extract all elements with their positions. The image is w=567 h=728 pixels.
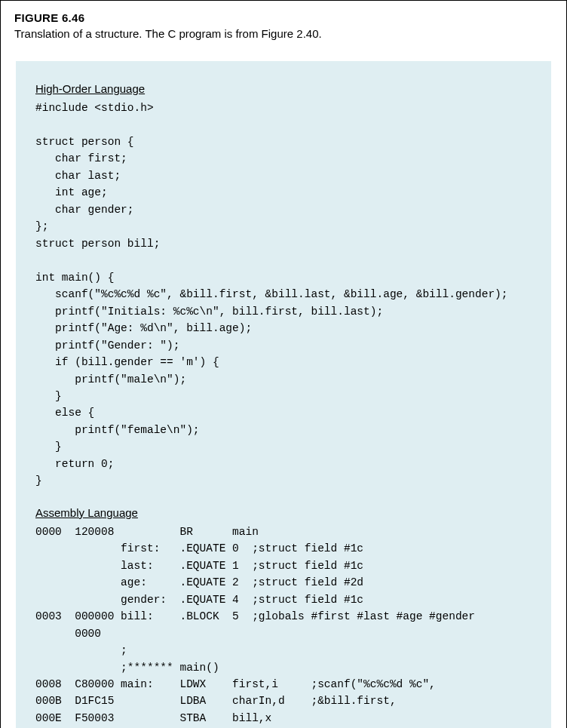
figure-page: FIGURE 6.46 Translation of a structure. … [0, 0, 567, 728]
figure-body: High-Order Language #include <stdio.h> s… [16, 61, 551, 728]
figure-number: FIGURE 6.46 [14, 11, 553, 24]
asm-code: 0000 120008 BR main first: .EQUATE 0 ;st… [35, 524, 532, 728]
figure-header: FIGURE 6.46 Translation of a structure. … [1, 1, 566, 48]
hol-code: #include <stdio.h> struct person { char … [35, 100, 532, 490]
asm-title: Assembly Language [35, 506, 532, 519]
hol-title: High-Order Language [35, 82, 532, 95]
high-order-language-block: High-Order Language #include <stdio.h> s… [35, 82, 532, 490]
assembly-language-block: Assembly Language 0000 120008 BR main fi… [35, 506, 532, 728]
figure-caption: Translation of a structure. The C progra… [14, 27, 553, 40]
